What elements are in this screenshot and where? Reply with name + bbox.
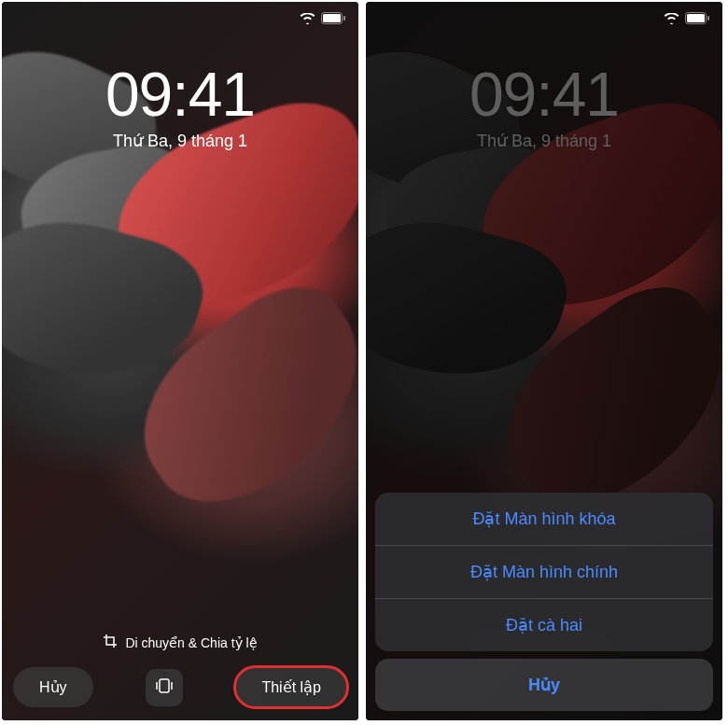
status-bar: [664, 11, 709, 28]
lock-time: 09:41: [366, 63, 722, 125]
set-lock-screen-option[interactable]: Đặt Màn hình khóa: [375, 493, 713, 546]
set-button[interactable]: Thiết lập: [235, 667, 347, 707]
set-both-option[interactable]: Đặt cà hai: [375, 599, 713, 651]
crop-hint-label: Di chuyển & Chia tỷ lệ: [125, 635, 257, 650]
svg-rect-1: [323, 14, 341, 22]
cancel-button[interactable]: Hủy: [13, 667, 93, 707]
svg-rect-2: [343, 16, 345, 21]
battery-icon: [685, 11, 709, 28]
phone-screen-left: 09:41 Thứ Ba, 9 tháng 1 Di chuyển & Chia…: [2, 2, 358, 720]
crop-icon: [103, 634, 118, 651]
phone-screen-right: 09:41 Thứ Ba, 9 tháng 1 Di chuyển & Chia…: [366, 2, 722, 720]
wifi-icon: [664, 11, 679, 28]
battery-icon: [321, 11, 345, 28]
set-home-screen-option[interactable]: Đặt Màn hình chính: [375, 546, 713, 599]
perspective-icon: [154, 676, 175, 699]
lock-date: Thứ Ba, 9 tháng 1: [2, 131, 358, 151]
clock-area: 09:41 Thứ Ba, 9 tháng 1: [2, 63, 358, 151]
status-bar: [300, 11, 345, 28]
wifi-icon: [300, 11, 315, 28]
crop-hint: Di chuyển & Chia tỷ lệ: [2, 634, 358, 651]
lock-date: Thứ Ba, 9 tháng 1: [366, 131, 722, 151]
action-cancel-button[interactable]: Hủy: [375, 659, 713, 711]
bottom-toolbar: Hủy Thiết lập: [13, 667, 347, 707]
clock-area: 09:41 Thứ Ba, 9 tháng 1: [366, 63, 722, 151]
action-sheet: Đặt Màn hình khóa Đặt Màn hình chính Đặt…: [375, 493, 713, 711]
svg-rect-5: [687, 14, 705, 22]
perspective-button[interactable]: [146, 669, 183, 706]
lock-time: 09:41: [2, 63, 358, 125]
svg-rect-6: [707, 16, 709, 21]
action-group: Đặt Màn hình khóa Đặt Màn hình chính Đặt…: [375, 493, 713, 651]
svg-rect-3: [160, 679, 169, 692]
